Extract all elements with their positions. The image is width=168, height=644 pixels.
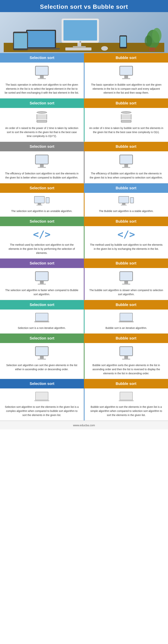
text-right: The Bubble sort algorithm is a stable al… (99, 209, 154, 213)
text-left: The method used by selection sort algori… (5, 243, 79, 255)
section-section1: Selection sort Bubble sort The basic ope… (0, 53, 168, 98)
text-right: Bubble sort algorithm to sort the elemen… (89, 405, 164, 417)
cell-right: The bubble sort algorithm is slower when… (85, 268, 168, 300)
cell-left: An order of n raised to the power of 2 t… (0, 108, 84, 142)
row-content: The efficiency of Selection sort algorit… (0, 151, 168, 183)
svg-rect-3 (77, 43, 81, 46)
text-right: An order of n time is taken by bubble so… (89, 126, 164, 134)
svg-point-5 (79, 41, 81, 43)
svg-rect-2 (63, 20, 97, 40)
page-header: Selection sort vs Bubble sort (0, 0, 168, 12)
cell-left: The efficiency of Selection sort algorit… (0, 151, 84, 183)
text-right: The efficiency of Bubble sort algorithm … (89, 172, 164, 180)
text-left: The selection sort algorithm is an unsta… (11, 209, 72, 213)
svg-point-18 (101, 46, 108, 51)
icon-left (35, 155, 49, 168)
icon-right (119, 313, 134, 322)
row-content: Selection sort algorithm can sort the gi… (0, 343, 168, 379)
cell-right: Bubble sort algorithm sorts the given el… (85, 343, 168, 379)
icon-left: </> (33, 230, 51, 239)
text-right: Bubble sort algorithm sorts the given el… (89, 363, 164, 376)
icon-right (119, 155, 133, 168)
section-header: Selection sort Bubble sort (0, 334, 168, 343)
icon-left (34, 392, 49, 401)
cell-left: </> The method used by selection sort al… (0, 226, 84, 258)
icon-right: </> (117, 230, 135, 239)
svg-point-15 (152, 28, 161, 43)
row-content: An order of n raised to the power of 2 t… (0, 108, 168, 142)
row-content: The selection sort algorithm is faster w… (0, 268, 168, 300)
icon-left (35, 271, 49, 284)
icon-right (121, 111, 131, 122)
header-right: Bubble sort (84, 98, 168, 108)
header-left: Selection sort (0, 258, 84, 268)
row-content: Selection sort algorithm to sort the ele… (0, 388, 168, 421)
header-left: Selection sort (0, 53, 84, 62)
cell-left: The selection sort algorithm is an unsta… (0, 193, 84, 217)
cell-right: Bubble sort algorithm to sort the elemen… (85, 388, 168, 420)
section-section2: Selection sort Bubble sort An order of n… (0, 98, 168, 142)
header-left: Selection sort (0, 379, 84, 388)
row-content: The basic operation in selection sort al… (0, 62, 168, 98)
section-header: Selection sort Bubble sort (0, 258, 168, 268)
text-right: Bubble sort is an iterative algorithm. (106, 326, 147, 330)
icon-left (37, 111, 47, 122)
svg-rect-13 (120, 36, 126, 47)
icon-left (34, 313, 49, 322)
text-left: The basic operation in selection sort al… (5, 83, 79, 95)
section-header: Selection sort Bubble sort (0, 98, 168, 108)
svg-rect-8 (27, 31, 55, 47)
header-right: Bubble sort (84, 183, 168, 193)
section-header: Selection sort Bubble sort (0, 300, 168, 310)
section-section4: Selection sort Bubble sort The selection… (0, 183, 168, 217)
row-content: Selection sort is a non-iterative algori… (0, 310, 168, 334)
svg-rect-11 (14, 33, 27, 48)
text-right: The method used by bubble sort algorithm… (89, 243, 164, 251)
icon-right (119, 66, 133, 79)
header-right: Bubble sort (84, 142, 168, 151)
cell-left: The basic operation in selection sort al… (0, 62, 84, 98)
section-header: Selection sort Bubble sort (0, 53, 168, 62)
icon-left (34, 196, 49, 206)
row-content: The selection sort algorithm is an unsta… (0, 193, 168, 217)
sections-container: Selection sort Bubble sort The basic ope… (0, 53, 168, 421)
text-left: Selection sort algorithm can sort the gi… (5, 363, 79, 371)
footer-url: www.educba.com (73, 424, 95, 427)
cell-right: </> The method used by bubble sort algor… (85, 226, 168, 258)
cell-right: The basic operation in Bubble sort algor… (85, 62, 168, 98)
section-section6: Selection sort Bubble sort The selection… (0, 258, 168, 300)
section-header: Selection sort Bubble sort (0, 183, 168, 193)
header-right: Bubble sort (84, 379, 168, 388)
icon-left (35, 346, 49, 360)
cell-left: Selection sort is a non-iterative algori… (0, 310, 84, 334)
section-section3: Selection sort Bubble sort The efficienc… (0, 142, 168, 183)
text-left: Selection sort algorithm to sort the ele… (5, 405, 79, 417)
cell-right: An order of n time is taken by bubble so… (85, 108, 168, 142)
header-right: Bubble sort (84, 217, 168, 226)
header-left: Selection sort (0, 334, 84, 343)
row-content: </> The method used by selection sort al… (0, 226, 168, 258)
cell-left: The selection sort algorithm is faster w… (0, 268, 84, 300)
header-right: Bubble sort (84, 258, 168, 268)
svg-rect-4 (73, 46, 86, 47)
svg-point-16 (145, 35, 152, 46)
header-left: Selection sort (0, 142, 84, 151)
icon-left (35, 66, 49, 79)
cell-right: The efficiency of Bubble sort algorithm … (85, 151, 168, 183)
text-right: The basic operation in Bubble sort algor… (89, 83, 164, 95)
header-right: Bubble sort (84, 300, 168, 310)
header-left: Selection sort (0, 98, 84, 108)
text-left: The efficiency of Selection sort algorit… (5, 172, 79, 180)
svg-rect-17 (149, 48, 155, 51)
text-right: The bubble sort algorithm is slower when… (89, 288, 164, 296)
header-left: Selection sort (0, 183, 84, 193)
page-title: Selection sort vs Bubble sort (2, 3, 166, 10)
header-right: Bubble sort (84, 53, 168, 62)
cell-left: Selection sort algorithm can sort the gi… (0, 343, 84, 379)
icon-right (119, 346, 133, 360)
section-section5: Selection sort Bubble sort </> The metho… (0, 217, 168, 258)
text-left: The selection sort algorithm is faster w… (5, 288, 79, 296)
cell-right: The Bubble sort algorithm is a stable al… (85, 193, 168, 217)
icon-right (119, 196, 134, 206)
header-left: Selection sort (0, 217, 84, 226)
